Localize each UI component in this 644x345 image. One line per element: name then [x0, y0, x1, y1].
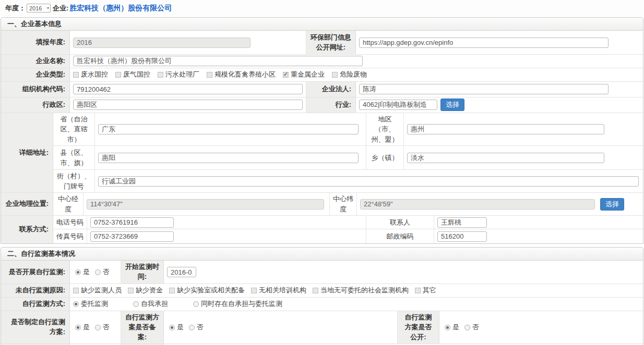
no-label: 否: [472, 323, 479, 332]
postcode-input[interactable]: [437, 231, 487, 242]
no-label: 否: [103, 267, 110, 277]
checkbox-icon[interactable]: [313, 288, 318, 293]
latitude-input[interactable]: [360, 199, 595, 210]
company-type-label: 企业类型:: [1, 68, 70, 81]
epinfo-url-input[interactable]: [359, 38, 609, 48]
org-code-label: 组织机构代码:: [1, 82, 70, 97]
radio-icon[interactable]: [95, 325, 101, 330]
monitor-mode-cell: 委托监测 自我承担 同时存在自承担与委托监测: [70, 298, 643, 311]
longitude-input[interactable]: [87, 199, 324, 210]
fax-input[interactable]: [90, 231, 174, 242]
address-label: 详细地址:: [1, 113, 53, 193]
latitude-cell: 选择: [357, 193, 643, 215]
fax-label: 传真号码: [53, 229, 87, 243]
reason-option-label: 当地无可委托的社会监测机构: [320, 286, 409, 295]
year-label: 年度：: [5, 4, 26, 13]
radio-icon[interactable]: [133, 301, 139, 307]
postcode-cell: [434, 229, 643, 243]
year-select[interactable]: 2016 ▾: [27, 4, 51, 13]
contact-person-input[interactable]: [437, 217, 487, 228]
type-option-label: 废气国控: [123, 70, 150, 79]
contact-block: 联系方式: 电话号码 联系人 传真号码 邮政编码: [1, 216, 643, 243]
checkbox-checked-icon[interactable]: [283, 72, 289, 78]
caret-down-icon: ▾: [47, 6, 49, 10]
no-monitor-reason-row: 未自行监测原因: 缺少监测人员 缺少资金 缺少实验室或相关配备 无相关培训机构 …: [1, 284, 643, 298]
start-time-input[interactable]: [167, 267, 196, 277]
report-year-cell: [70, 31, 306, 54]
address-street-row: 街（村）、门牌号: [53, 170, 643, 192]
county-input[interactable]: [98, 153, 359, 163]
checkbox-icon[interactable]: [251, 288, 257, 293]
org-code-input[interactable]: [73, 84, 303, 94]
plan-public-label: 自行监测方案是否公开:: [398, 311, 439, 344]
industry-select-button[interactable]: 选择: [440, 98, 464, 111]
start-time-label: 开始监测时间:: [121, 261, 164, 284]
org-code-row: 组织机构代码: 企业法人:: [1, 82, 643, 97]
company-name-label: 企业名称:: [1, 55, 70, 68]
plan-filed-label: 自行监测方案是否备案:: [121, 311, 164, 344]
latitude-label: 中心纬度: [330, 193, 357, 215]
contact-person-cell: [434, 216, 643, 229]
longitude-cell: [84, 193, 330, 215]
contact-phone-row: 电话号码 联系人: [53, 216, 643, 229]
monitoring-panel: 二、自行监测基本情况 是否开展自行监测: 是 否 开始监测时间: 未自行监测原因…: [1, 247, 643, 345]
no-label: 否: [103, 323, 110, 332]
checkbox-icon[interactable]: [207, 72, 212, 78]
phone-input[interactable]: [90, 217, 174, 228]
industry-label: 行业:: [306, 97, 356, 113]
district-input[interactable]: [73, 100, 303, 110]
checkbox-icon[interactable]: [73, 72, 79, 78]
geo-select-button[interactable]: 选择: [600, 198, 624, 211]
region-label: 地区（市、州、盟）: [366, 113, 404, 146]
radio-checked-icon[interactable]: [445, 325, 450, 330]
checkbox-icon[interactable]: [128, 288, 134, 293]
legal-person-cell: [356, 82, 643, 97]
mode-option-label: 委托监测: [81, 299, 108, 309]
report-year-input[interactable]: [73, 38, 251, 48]
radio-checked-icon[interactable]: [169, 325, 175, 330]
reason-option-label: 缺少实验室或相关配备: [177, 286, 245, 295]
address-county-row: 县（区、市、旗） 乡（镇）: [53, 146, 643, 170]
monitor-mode-row: 自行监测方式: 委托监测 自我承担 同时存在自承担与委托监测: [1, 298, 643, 311]
town-cell: [404, 146, 643, 169]
town-input[interactable]: [407, 153, 604, 163]
radio-checked-icon[interactable]: [73, 301, 79, 307]
company-label: 企业:: [53, 4, 68, 13]
epinfo-url-label: 环保部门信息公开网址:: [306, 31, 356, 54]
company-name-row: 企业名称:: [1, 55, 643, 68]
checkbox-icon[interactable]: [158, 72, 163, 78]
district-row: 行政区: 行业: 选择: [1, 97, 643, 113]
radio-checked-icon[interactable]: [75, 325, 81, 330]
address-block: 详细地址: 省（自治区、直辖市） 地区（市、州、盟） 县（区、市、旗） 乡（镇）: [1, 113, 643, 193]
legal-person-input[interactable]: [359, 84, 609, 94]
radio-icon[interactable]: [95, 269, 101, 275]
county-label: 县（区、市、旗）: [53, 146, 95, 169]
checkbox-icon[interactable]: [73, 288, 79, 293]
radio-icon[interactable]: [193, 301, 199, 307]
industry-input[interactable]: [359, 100, 437, 110]
street-input[interactable]: [98, 176, 639, 187]
carry-out-label: 是否开展自行监测:: [1, 261, 70, 284]
radio-checked-icon[interactable]: [75, 269, 81, 275]
no-monitor-reason-label: 未自行监测原因:: [1, 284, 70, 297]
fax-cell: [87, 229, 366, 243]
street-label: 街（村）、门牌号: [53, 170, 95, 192]
has-plan-radios: 是 否: [70, 311, 121, 344]
region-input[interactable]: [407, 124, 604, 134]
company-name-link[interactable]: 胜宏科技（惠州）股份有限公司: [69, 4, 172, 13]
checkbox-icon[interactable]: [332, 72, 338, 78]
radio-icon[interactable]: [464, 325, 470, 330]
contact-person-label: 联系人: [366, 216, 434, 229]
longitude-label: 中心经度: [53, 193, 84, 215]
province-input[interactable]: [98, 124, 359, 134]
town-label: 乡（镇）: [366, 146, 404, 169]
radio-icon[interactable]: [189, 325, 195, 330]
checkbox-icon[interactable]: [169, 288, 175, 293]
topbar: 年度： 2016 ▾ 企业: 胜宏科技（惠州）股份有限公司: [0, 0, 644, 16]
year-select-value: 2016: [29, 5, 42, 11]
checkbox-icon[interactable]: [415, 288, 421, 293]
company-name-input[interactable]: [73, 56, 363, 66]
checkbox-icon[interactable]: [115, 72, 121, 78]
yes-label: 是: [177, 323, 184, 332]
company-type-cell: 废水国控 废气国控 污水处理厂 规模化畜禽养殖小区 重金属企业 危险废物: [70, 68, 643, 81]
